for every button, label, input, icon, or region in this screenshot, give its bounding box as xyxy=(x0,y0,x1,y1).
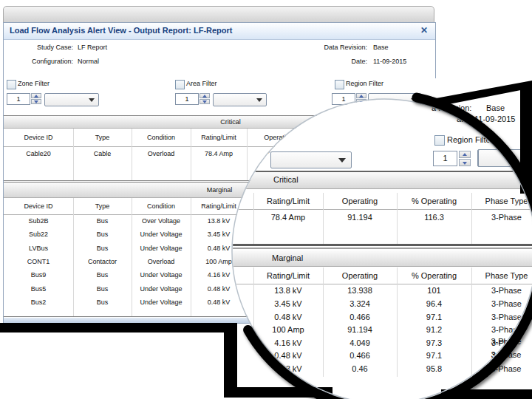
cell-type: Bus xyxy=(73,284,132,295)
date-value: 11-09-2015 xyxy=(373,58,406,65)
region-filter-label: Region Filter xyxy=(346,80,383,87)
data-revision-value: Base xyxy=(373,44,389,51)
cell-pct-operating: 95.8 xyxy=(397,363,471,375)
zone-filter-dropdown[interactable] xyxy=(44,93,99,106)
cell-operating: 91.194 xyxy=(323,324,397,335)
cell-rating-limit: 0.48 kV xyxy=(253,311,323,323)
zone-filter-spinner-value[interactable]: 1 xyxy=(7,93,30,105)
cell-phase-type: 3-Phase xyxy=(477,337,532,346)
cell-operating: 0.466 xyxy=(323,311,397,323)
cell-condition: Overload xyxy=(132,149,191,160)
chevron-down-icon xyxy=(411,98,417,102)
col-header-condition: Condition xyxy=(132,129,191,146)
area-spin-down-button[interactable] xyxy=(200,99,210,104)
cell-rating-limit: 78.4 Amp xyxy=(253,211,323,223)
zoomed-data-revision-value: Base xyxy=(486,103,505,112)
cell-phase-type: 3-Phase xyxy=(471,311,532,323)
shadow-bottom-bar xyxy=(224,387,332,398)
cell-device-id: Bus2 xyxy=(4,297,73,308)
zone-spin-down-button[interactable] xyxy=(31,99,41,104)
cell-phase-type: 3-Phase xyxy=(471,298,532,310)
zoomed-area-filter-dropdown xyxy=(270,151,352,168)
shadow-bottom-right-band xyxy=(441,389,532,399)
cell-condition: Over Voltage xyxy=(132,216,191,227)
cell-device-id: Bus9 xyxy=(4,270,73,281)
cell-operating: 91.194 xyxy=(323,211,397,223)
zoomed-table-row: 3.45 kV 3.324 96.4 3-Phase xyxy=(233,298,532,310)
cell-pct-operating: 96.4 xyxy=(397,298,471,310)
zoomed-region-filter-dropdown xyxy=(478,149,532,167)
zoomed-spinner-buttons xyxy=(459,151,471,166)
triangle-down-icon xyxy=(463,162,467,165)
cell-rating-limit: 100 Amp xyxy=(253,324,323,335)
zoomed-date-label: ate: xyxy=(457,115,470,123)
cell-type: Bus xyxy=(73,229,132,240)
cell-rating-limit: 0.48 kV xyxy=(253,349,323,361)
zone-spin-up-button[interactable] xyxy=(31,93,41,98)
col-header-rating-limit: Rating/Limit xyxy=(253,267,323,284)
cell-rating-limit: 0.48 kV xyxy=(253,363,323,375)
chevron-down-icon xyxy=(256,98,262,102)
cell-type: Bus xyxy=(73,216,132,227)
zoomed-table-border xyxy=(233,248,532,249)
dialog-shadow-band xyxy=(0,323,237,332)
col-header-device-id: Device ID xyxy=(4,129,73,146)
col-header-rating-limit: Rating/Limit xyxy=(191,129,247,146)
cell-phase-type: 3-Phase xyxy=(471,211,532,223)
cell-device-id: CONT1 xyxy=(4,256,73,267)
region-spin-up-button[interactable] xyxy=(356,93,366,98)
zoomed-critical-title: Critical xyxy=(273,175,299,184)
cell-type: Cable xyxy=(73,149,132,160)
col-header-rating-limit: Rating/Limit xyxy=(253,193,323,209)
col-header-operating: Operating xyxy=(323,193,397,209)
cell-operating: 3.324 xyxy=(323,298,397,310)
chevron-down-icon xyxy=(89,98,95,102)
chevron-down-icon xyxy=(338,158,346,163)
zone-filter-checkbox[interactable] xyxy=(7,80,16,89)
zoomed-marginal-title: Marginal xyxy=(272,253,303,262)
col-header-phase-type: Phase Type xyxy=(471,267,532,284)
data-revision-label: Data Revision: xyxy=(304,44,367,51)
cell-rating-limit: 4.16 kV xyxy=(253,337,323,349)
zone-filter-label: Zone Filter xyxy=(18,80,50,87)
area-filter-label: Area Filter xyxy=(186,80,217,87)
cell-type: Bus xyxy=(73,270,132,281)
study-case-label: Study Case: xyxy=(18,44,73,51)
cell-condition: Under Voltage xyxy=(132,284,191,295)
region-filter-checkbox[interactable] xyxy=(335,80,344,89)
col-header-phase-type: Phase Type xyxy=(471,193,532,209)
screenshot-stage: Load Flow Analysis Alert View - Output R… xyxy=(0,0,532,399)
cell-condition: Under Voltage xyxy=(132,270,191,281)
zoomed-marginal-band: Marginal xyxy=(233,250,532,267)
area-filter-checkbox[interactable] xyxy=(175,80,185,89)
date-label: Date: xyxy=(304,58,367,65)
col-header-type: Type xyxy=(73,129,132,146)
col-header-type: Type xyxy=(73,198,132,214)
lens-shadow-right-band xyxy=(520,83,532,194)
cell-pct-operating: 97.1 xyxy=(397,311,471,323)
cell-condition: Under Voltage xyxy=(132,297,191,308)
cell-type: Contactor xyxy=(73,256,132,267)
shadow-vertical-bar xyxy=(224,323,237,398)
zoomed-critical-band: Critical xyxy=(233,172,532,189)
zoomed-table-row: 100 Amp 91.194 91.2 3-Phase xyxy=(233,324,532,335)
cell-device-id: Sub2B xyxy=(4,216,73,227)
triangle-up-icon xyxy=(463,153,467,156)
zoomed-table-row: 78.4 Amp 91.194 116.3 3-Phase xyxy=(233,211,532,223)
cell-device-id: LVBus xyxy=(4,243,73,254)
cell-rating-limit: 78.4 Amp xyxy=(191,149,247,160)
dialog-title: Load Flow Analysis Alert View - Output R… xyxy=(10,26,233,35)
zoomed-table-row: 0.48 kV 0.466 97.1 3-Phase xyxy=(233,311,532,323)
zoomed-region-filter-label: Region Filter xyxy=(447,135,493,144)
close-icon[interactable]: ✕ xyxy=(420,25,428,35)
cell-operating: 0.46 xyxy=(323,363,397,375)
zoomed-critical-header-row: Rating/Limit Operating % Operating Phase… xyxy=(233,193,532,210)
cell-condition: Overload xyxy=(132,256,191,267)
cell-condition: Under Voltage xyxy=(132,229,191,240)
cell-pct-operating: 97.3 xyxy=(397,337,471,349)
area-filter-spinner-value[interactable]: 1 xyxy=(175,93,199,105)
cell-rating-limit: 0.48 kV xyxy=(191,297,247,308)
area-spin-up-button[interactable] xyxy=(200,93,210,98)
area-filter-dropdown[interactable] xyxy=(213,93,267,106)
col-header-device-id: Device ID xyxy=(4,198,73,214)
